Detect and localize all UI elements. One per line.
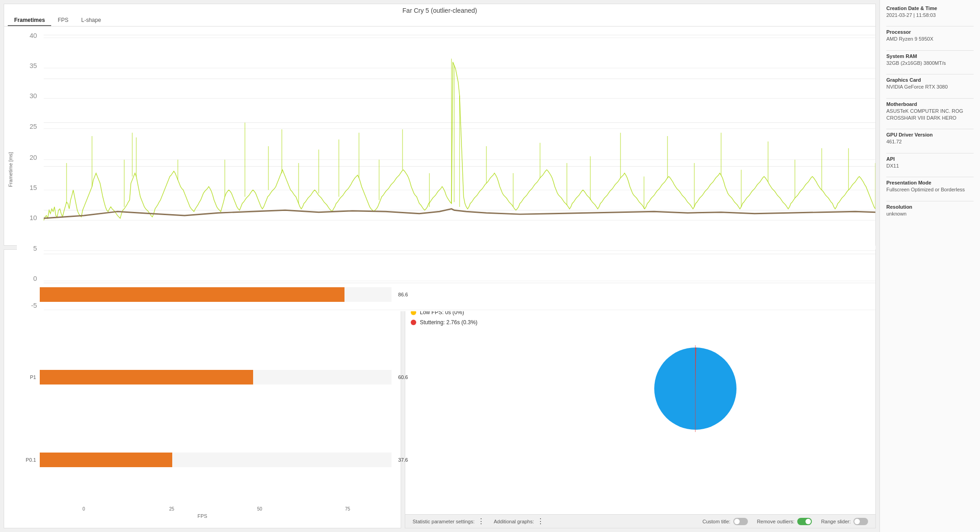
info-creation-date: Creation Date & Time 2021-03-27 | 11:58:…: [886, 5, 974, 19]
frametimes-chart-area: Frametime [ms]: [4, 26, 875, 311]
y-axis-label: Frametime [ms]: [4, 28, 17, 311]
divider-4: [886, 98, 974, 99]
remove-outliers-label: Remove outliers:: [757, 519, 795, 524]
additional-settings-icon[interactable]: ⋮: [537, 517, 544, 526]
svg-text:25: 25: [30, 123, 37, 130]
bar-row-p01: P0.1 37.6: [13, 453, 392, 467]
range-slider-label: Range slider:: [821, 519, 851, 524]
footer-left: Statistic parameter settings: ⋮ Addition…: [413, 517, 544, 526]
tab-frametimes[interactable]: Frametimes: [8, 15, 51, 26]
divider-1: [886, 26, 974, 26]
svg-text:15: 15: [30, 184, 37, 191]
info-presentation-mode-value: Fullscreen Optimized or Borderless: [886, 186, 974, 193]
bar-outer-p1: 60.6: [40, 370, 392, 385]
info-gpu-driver-value: 461.72: [886, 138, 974, 145]
bar-x-axis: 0 25 50 75: [13, 506, 392, 511]
divider-7: [886, 177, 974, 177]
bar-x-tick-75: 75: [304, 506, 392, 511]
info-graphics-card: Graphics Card NVIDIA GeForce RTX 3080: [886, 77, 974, 90]
statistic-settings-icon[interactable]: ⋮: [477, 517, 485, 526]
info-system-ram-label: System RAM: [886, 53, 974, 59]
bar-row-p1: P1 60.6: [13, 370, 392, 385]
divider-8: [886, 201, 974, 201]
info-graphics-card-label: Graphics Card: [886, 77, 974, 83]
footer-right: Custom title: Remove outliers: Range sli…: [702, 518, 868, 525]
tabs-row: Frametimes FPS L-shape: [4, 15, 875, 26]
info-system-ram: System RAM 32GB (2x16GB) 3800MT/s: [886, 53, 974, 67]
info-api-value: DX11: [886, 163, 974, 169]
tab-fps[interactable]: FPS: [51, 15, 74, 26]
bar-x-tick-25: 25: [128, 506, 216, 511]
svg-text:20: 20: [30, 154, 37, 161]
info-presentation-mode-label: Presentation Mode: [886, 180, 974, 185]
divider-3: [886, 74, 974, 74]
svg-text:30: 30: [30, 92, 37, 100]
svg-text:35: 35: [30, 62, 37, 69]
info-motherboard-value: ASUSTeK COMPUTER INC. ROG CROSSHAIR VIII…: [886, 108, 974, 122]
custom-title-toggle[interactable]: [733, 518, 748, 525]
dot-stutter: [411, 320, 416, 325]
info-api-label: API: [886, 156, 974, 162]
bar-fill-p01: [40, 453, 172, 467]
info-processor-value: AMD Ryzen 9 5950X: [886, 36, 974, 42]
info-processor-label: Processor: [886, 29, 974, 35]
bar-outer-average: 86.6: [40, 287, 392, 302]
info-gpu-driver: GPU Driver Version 461.72: [886, 132, 974, 145]
info-processor: Processor AMD Ryzen 9 5950X: [886, 29, 974, 42]
analysis-footer: Statistic parameter settings: ⋮ Addition…: [405, 514, 875, 528]
divider-2: [886, 50, 974, 51]
svg-text:5: 5: [33, 245, 37, 252]
bar-fill-average: [40, 287, 344, 302]
custom-title-label: Custom title:: [702, 519, 730, 524]
svg-text:10: 10: [30, 214, 37, 221]
chart-inner: 40 35 30 25 20 15 10 5 0 -5: [17, 28, 875, 311]
info-resolution-label: Resolution: [886, 204, 974, 210]
info-graphics-card-value: NVIDIA GeForce RTX 3080: [886, 84, 974, 90]
info-motherboard: Motherboard ASUSTeK COMPUTER INC. ROG CR…: [886, 101, 974, 122]
footer-range-slider: Range slider:: [821, 518, 868, 525]
divider-6: [886, 153, 974, 153]
divider-5: [886, 129, 974, 129]
bar-fill-p1: [40, 370, 253, 385]
bar-x-tick-50: 50: [216, 506, 304, 511]
bar-outer-p01: 37.6: [40, 453, 392, 467]
pie-chart-svg: [645, 338, 746, 439]
info-creation-date-label: Creation Date & Time: [886, 5, 974, 11]
remove-outliers-toggle[interactable]: [797, 518, 812, 525]
bar-label-p01: P0.1: [13, 457, 36, 463]
svg-text:-5: -5: [31, 302, 37, 309]
svg-rect-0: [17, 28, 875, 311]
info-resolution: Resolution unknown: [886, 204, 974, 217]
footer-additional: Additional graphs: ⋮: [494, 517, 544, 526]
bar-row-average: Average 86.6: [13, 287, 392, 302]
footer-remove-outliers: Remove outliers:: [757, 518, 812, 525]
right-sidebar: Creation Date & Time 2021-03-27 | 11:58:…: [879, 0, 980, 532]
range-slider-knob: [854, 519, 860, 524]
info-resolution-value: unknown: [886, 211, 974, 217]
bar-x-tick-0: 0: [40, 506, 128, 511]
bar-x-label: FPS: [13, 513, 392, 519]
legend-stutter-text: Stuttering: 2.76s (0.3%): [420, 319, 477, 326]
chart-title: Far Cry 5 (outlier-cleaned): [4, 4, 875, 15]
info-gpu-driver-label: GPU Driver Version: [886, 132, 974, 137]
bar-chart-inner: Average 86.6 P1 60.6 P0.1: [13, 257, 392, 505]
additional-label: Additional graphs:: [494, 519, 534, 524]
statistic-label: Statistic parameter settings:: [413, 519, 475, 524]
svg-text:0: 0: [33, 275, 37, 282]
range-slider-toggle[interactable]: [853, 518, 868, 525]
remove-outliers-knob: [805, 519, 811, 524]
info-system-ram-value: 32GB (2x16GB) 3800MT/s: [886, 60, 974, 67]
info-motherboard-label: Motherboard: [886, 101, 974, 107]
info-api: API DX11: [886, 156, 974, 169]
bar-chart-panel: Average 86.6 P1 60.6 P0.1: [4, 249, 401, 528]
tab-lshape[interactable]: L-shape: [75, 15, 107, 26]
bar-label-p1: P1: [13, 374, 36, 380]
info-presentation-mode: Presentation Mode Fullscreen Optimized o…: [886, 180, 974, 193]
legend-stutter: Stuttering: 2.76s (0.3%): [411, 319, 511, 326]
bar-value-p01: 37.6: [398, 457, 408, 463]
bar-value-average: 86.6: [398, 292, 408, 297]
frametimes-svg: 40 35 30 25 20 15 10 5 0 -5: [17, 28, 875, 311]
svg-text:40: 40: [30, 32, 37, 39]
custom-title-knob: [734, 519, 740, 524]
bar-value-p1: 60.6: [398, 374, 408, 380]
